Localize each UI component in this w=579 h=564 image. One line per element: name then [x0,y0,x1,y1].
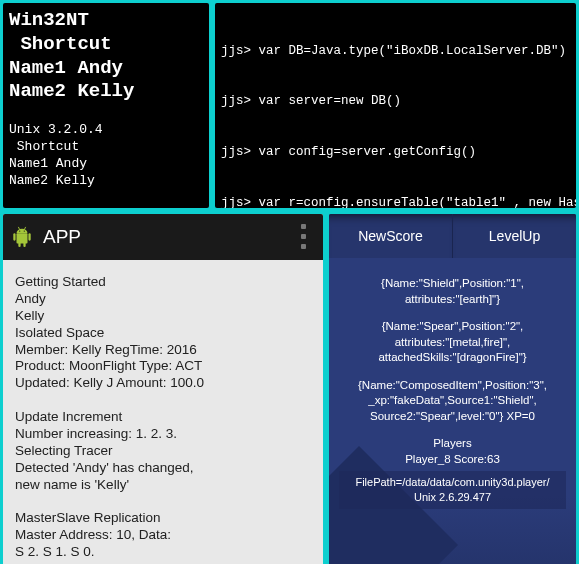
game-item-composed: {Name:"ComposedItem",Position:"3", _xp:"… [339,378,566,425]
game-item-spear: {Name:"Spear",Position:"2", attributes:"… [339,319,566,366]
terminal-win-block: Win32NT Shortcut Name1 Andy Name2 Kelly [9,9,203,104]
jjs-line: jjs> var server=new DB() [221,93,570,110]
svg-rect-2 [28,233,30,240]
jjs-line: jjs> var r=config.ensureTable("table1" ,… [221,195,570,208]
game-item-shield: {Name:"Shield",Position:"1", attributes:… [339,276,566,307]
terminal-win-unix: Win32NT Shortcut Name1 Andy Name2 Kelly … [3,3,209,208]
app-bar: APP [3,214,323,260]
terminal-jjs[interactable]: jjs> var DB=Java.type("iBoxDB.LocalServe… [215,3,576,208]
jjs-line: jjs> var DB=Java.type("iBoxDB.LocalServe… [221,43,570,60]
svg-rect-0 [17,233,28,243]
svg-line-6 [24,227,25,230]
jjs-line: jjs> var config=server.getConfig() [221,144,570,161]
svg-rect-4 [23,243,25,248]
svg-line-5 [18,227,19,230]
game-panel: NewScore LevelUp {Name:"Shield",Position… [329,214,576,564]
app-body-text: Getting Started Andy Kelly Isolated Spac… [3,260,323,564]
svg-rect-3 [18,243,20,248]
android-icon [11,225,33,249]
svg-point-8 [24,230,25,231]
app-title: APP [43,226,81,248]
tab-levelup[interactable]: LevelUp [453,214,576,258]
overflow-menu-icon[interactable] [291,220,315,249]
tab-newscore[interactable]: NewScore [329,214,453,258]
game-body: {Name:"Shield",Position:"1", attributes:… [329,258,576,564]
android-app-panel: APP Getting Started Andy Kelly Isolated … [3,214,323,564]
svg-point-7 [19,230,20,231]
terminal-unix-block: Unix 3.2.0.4 Shortcut Name1 Andy Name2 K… [9,122,203,190]
game-players: Players Player_8 Score:63 [339,436,566,467]
svg-rect-1 [13,233,15,240]
game-footer: FilePath=/data/data/com.unity3d.player/ … [339,471,566,509]
game-tabs: NewScore LevelUp [329,214,576,258]
